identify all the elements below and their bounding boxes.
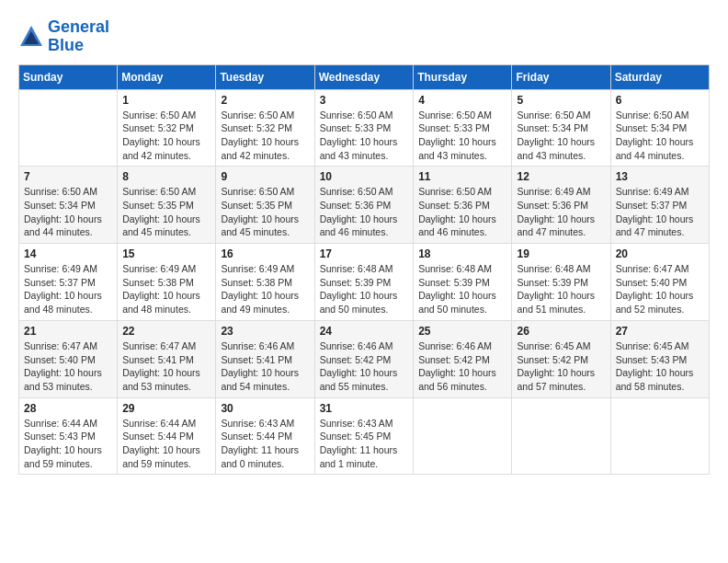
day-number: 28 (24, 402, 112, 415)
calendar-cell: 6Sunrise: 6:50 AMSunset: 5:34 PMDaylight… (610, 89, 709, 167)
calendar-cell: 3Sunrise: 6:50 AMSunset: 5:33 PMDaylight… (314, 89, 414, 167)
calendar-cell: 17Sunrise: 6:48 AMSunset: 5:39 PMDayligh… (314, 244, 414, 321)
day-number: 30 (221, 402, 309, 415)
day-number: 8 (122, 170, 210, 183)
calendar-cell: 30Sunrise: 6:43 AMSunset: 5:44 PMDayligh… (216, 397, 314, 475)
day-number: 2 (221, 94, 309, 107)
calendar-cell (414, 397, 512, 475)
calendar-cell (512, 397, 610, 475)
day-info: Sunrise: 6:46 AMSunset: 5:42 PMDaylight:… (320, 339, 409, 394)
header-monday: Monday (118, 64, 216, 89)
day-number: 25 (418, 325, 506, 338)
day-info: Sunrise: 6:50 AMSunset: 5:32 PMDaylight:… (122, 109, 210, 163)
calendar-cell: 23Sunrise: 6:46 AMSunset: 5:41 PMDayligh… (216, 320, 314, 397)
day-info: Sunrise: 6:50 AMSunset: 5:35 PMDaylight:… (122, 185, 210, 239)
header-wednesday: Wednesday (314, 64, 414, 89)
day-info: Sunrise: 6:47 AMSunset: 5:40 PMDaylight:… (24, 339, 112, 394)
calendar-cell: 1Sunrise: 6:50 AMSunset: 5:32 PMDaylight… (118, 89, 216, 167)
day-info: Sunrise: 6:49 AMSunset: 5:37 PMDaylight:… (616, 185, 704, 239)
header-tuesday: Tuesday (216, 64, 314, 89)
day-number: 14 (24, 247, 112, 260)
calendar-cell: 18Sunrise: 6:48 AMSunset: 5:39 PMDayligh… (414, 244, 512, 321)
day-info: Sunrise: 6:50 AMSunset: 5:34 PMDaylight:… (517, 109, 605, 163)
header-saturday: Saturday (610, 64, 709, 89)
day-number: 4 (418, 94, 506, 107)
calendar-cell: 20Sunrise: 6:47 AMSunset: 5:40 PMDayligh… (610, 244, 709, 321)
logo-text: General Blue (48, 18, 109, 55)
calendar-week-row: 1Sunrise: 6:50 AMSunset: 5:32 PMDaylight… (19, 89, 710, 167)
calendar-cell: 22Sunrise: 6:47 AMSunset: 5:41 PMDayligh… (118, 320, 216, 397)
calendar-header-row: SundayMondayTuesdayWednesdayThursdayFrid… (19, 64, 710, 89)
day-info: Sunrise: 6:50 AMSunset: 5:36 PMDaylight:… (418, 185, 506, 239)
day-number: 22 (122, 325, 210, 338)
day-number: 27 (616, 325, 704, 338)
calendar-cell: 16Sunrise: 6:49 AMSunset: 5:38 PMDayligh… (216, 244, 314, 321)
calendar-cell: 4Sunrise: 6:50 AMSunset: 5:33 PMDaylight… (414, 89, 512, 167)
day-number: 23 (221, 325, 309, 338)
day-number: 15 (122, 247, 210, 260)
calendar-week-row: 21Sunrise: 6:47 AMSunset: 5:40 PMDayligh… (19, 320, 710, 397)
day-info: Sunrise: 6:44 AMSunset: 5:44 PMDaylight:… (122, 417, 210, 471)
calendar-cell: 27Sunrise: 6:45 AMSunset: 5:43 PMDayligh… (610, 320, 709, 397)
day-info: Sunrise: 6:47 AMSunset: 5:41 PMDaylight:… (122, 339, 210, 394)
day-number: 7 (24, 170, 112, 183)
day-info: Sunrise: 6:46 AMSunset: 5:41 PMDaylight:… (221, 339, 309, 394)
day-info: Sunrise: 6:50 AMSunset: 5:33 PMDaylight:… (320, 109, 409, 163)
day-number: 16 (221, 247, 309, 260)
day-number: 10 (320, 170, 409, 183)
day-info: Sunrise: 6:50 AMSunset: 5:34 PMDaylight:… (616, 109, 704, 163)
day-number: 5 (517, 94, 605, 107)
page-header: General Blue (18, 18, 710, 55)
day-number: 18 (418, 247, 506, 260)
day-number: 13 (616, 170, 704, 183)
day-number: 17 (320, 247, 409, 260)
day-number: 20 (616, 247, 704, 260)
day-number: 29 (122, 402, 210, 415)
logo-icon (18, 24, 44, 50)
day-number: 9 (221, 170, 309, 183)
day-info: Sunrise: 6:49 AMSunset: 5:37 PMDaylight:… (24, 262, 112, 316)
day-number: 11 (418, 170, 506, 183)
calendar-cell: 14Sunrise: 6:49 AMSunset: 5:37 PMDayligh… (19, 244, 118, 321)
header-friday: Friday (512, 64, 610, 89)
header-thursday: Thursday (414, 64, 512, 89)
calendar-cell: 13Sunrise: 6:49 AMSunset: 5:37 PMDayligh… (610, 167, 709, 244)
day-info: Sunrise: 6:50 AMSunset: 5:34 PMDaylight:… (24, 185, 112, 239)
day-info: Sunrise: 6:49 AMSunset: 5:38 PMDaylight:… (221, 262, 309, 316)
calendar-week-row: 7Sunrise: 6:50 AMSunset: 5:34 PMDaylight… (19, 167, 710, 244)
day-info: Sunrise: 6:47 AMSunset: 5:40 PMDaylight:… (616, 262, 704, 316)
calendar-week-row: 14Sunrise: 6:49 AMSunset: 5:37 PMDayligh… (19, 244, 710, 321)
day-info: Sunrise: 6:46 AMSunset: 5:42 PMDaylight:… (418, 339, 506, 394)
calendar-cell: 31Sunrise: 6:43 AMSunset: 5:45 PMDayligh… (314, 397, 414, 475)
calendar-cell: 24Sunrise: 6:46 AMSunset: 5:42 PMDayligh… (314, 320, 414, 397)
calendar-cell: 25Sunrise: 6:46 AMSunset: 5:42 PMDayligh… (414, 320, 512, 397)
day-info: Sunrise: 6:48 AMSunset: 5:39 PMDaylight:… (320, 262, 409, 316)
calendar-week-row: 28Sunrise: 6:44 AMSunset: 5:43 PMDayligh… (19, 397, 710, 475)
day-info: Sunrise: 6:48 AMSunset: 5:39 PMDaylight:… (418, 262, 506, 316)
day-info: Sunrise: 6:43 AMSunset: 5:44 PMDaylight:… (221, 417, 309, 471)
day-number: 6 (616, 94, 704, 107)
calendar-cell: 2Sunrise: 6:50 AMSunset: 5:32 PMDaylight… (216, 89, 314, 167)
calendar-cell: 11Sunrise: 6:50 AMSunset: 5:36 PMDayligh… (414, 167, 512, 244)
calendar-cell: 29Sunrise: 6:44 AMSunset: 5:44 PMDayligh… (118, 397, 216, 475)
calendar-cell: 7Sunrise: 6:50 AMSunset: 5:34 PMDaylight… (19, 167, 118, 244)
day-number: 19 (517, 247, 605, 260)
day-info: Sunrise: 6:49 AMSunset: 5:36 PMDaylight:… (517, 185, 605, 239)
calendar-cell: 15Sunrise: 6:49 AMSunset: 5:38 PMDayligh… (118, 244, 216, 321)
day-number: 26 (517, 325, 605, 338)
day-info: Sunrise: 6:44 AMSunset: 5:43 PMDaylight:… (24, 417, 112, 471)
calendar-cell: 19Sunrise: 6:48 AMSunset: 5:39 PMDayligh… (512, 244, 610, 321)
day-info: Sunrise: 6:45 AMSunset: 5:43 PMDaylight:… (616, 339, 704, 394)
calendar-cell: 12Sunrise: 6:49 AMSunset: 5:36 PMDayligh… (512, 167, 610, 244)
day-info: Sunrise: 6:50 AMSunset: 5:32 PMDaylight:… (221, 109, 309, 163)
day-info: Sunrise: 6:50 AMSunset: 5:35 PMDaylight:… (221, 185, 309, 239)
day-number: 21 (24, 325, 112, 338)
calendar-table: SundayMondayTuesdayWednesdayThursdayFrid… (18, 64, 710, 476)
calendar-cell (610, 397, 709, 475)
calendar-cell: 28Sunrise: 6:44 AMSunset: 5:43 PMDayligh… (19, 397, 118, 475)
day-number: 3 (320, 94, 409, 107)
day-number: 24 (320, 325, 409, 338)
calendar-cell: 5Sunrise: 6:50 AMSunset: 5:34 PMDaylight… (512, 89, 610, 167)
day-info: Sunrise: 6:45 AMSunset: 5:42 PMDaylight:… (517, 339, 605, 394)
day-info: Sunrise: 6:48 AMSunset: 5:39 PMDaylight:… (517, 262, 605, 316)
